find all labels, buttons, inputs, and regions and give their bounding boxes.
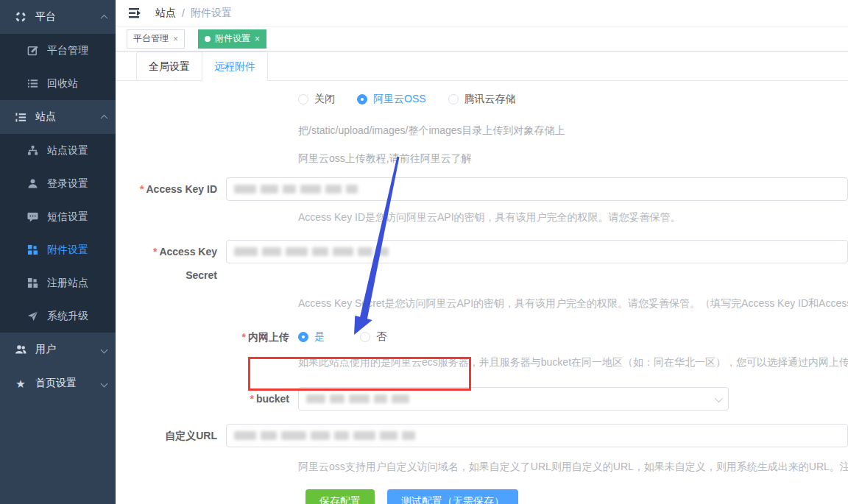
sidebar-item-label: 登录设置 <box>47 177 107 191</box>
radio-icon <box>357 94 367 104</box>
list-icon <box>26 78 38 90</box>
tag-attachment-settings[interactable]: 附件设置 × <box>198 29 266 49</box>
radio-close[interactable]: 关闭 <box>298 93 335 106</box>
people-icon <box>15 344 26 355</box>
save-config-button[interactable]: 保存配置 <box>305 489 375 504</box>
breadcrumb-attachment-settings: 附件设置 <box>191 7 232 20</box>
masked-value <box>234 431 415 440</box>
sidebar-item-attachment-settings[interactable]: 附件设置 <box>0 233 116 266</box>
sidebar-item-recycle[interactable]: 回收站 <box>0 67 116 100</box>
access-key-secret-help: Access Key Secret是您访问阿里云API的密钥，具有该用户完全的权… <box>298 296 848 310</box>
radio-icon <box>360 332 370 342</box>
tags-view-bar: 平台管理 × 附件设置 × <box>116 26 848 52</box>
sidebar-item-label: 站点 <box>35 110 102 124</box>
send-icon <box>26 310 38 322</box>
sidebar-item-users[interactable]: 用户 <box>0 333 116 366</box>
menu-list-icon <box>15 111 26 123</box>
storage-type-radio-group: 关闭 阿里云OSS 腾讯云存储 <box>298 93 848 106</box>
sidebar-item-homepage-settings[interactable]: ★ 首页设置 <box>0 366 116 400</box>
sidebar-item-label: 平台管理 <box>47 44 107 57</box>
star-icon: ★ <box>15 377 26 389</box>
sidebar-item-site-settings[interactable]: 站点设置 <box>0 134 116 167</box>
main-area: 站点 / 附件设置 平台管理 × 附件设置 × 全局设置 远程附件 <box>116 0 848 504</box>
oss-tutorial-note: 阿里云oss上传教程,请前往阿里云了解 <box>298 152 848 165</box>
sidebar: 平台 平台管理 回收站 站点 站点设置 <box>0 0 116 504</box>
bucket-select[interactable] <box>298 387 729 411</box>
upload-path-note: 把/static/upload/images/整个images目录上传到对象存储… <box>298 124 848 137</box>
sidebar-item-site[interactable]: 站点 <box>0 100 116 134</box>
access-key-id-help: Access Key ID是您访问阿里云API的密钥，具有该用户完全的权限。请您… <box>298 210 848 224</box>
sidebar-item-label: 附件设置 <box>47 244 107 257</box>
tag-label: 附件设置 <box>215 32 250 45</box>
message-icon <box>26 211 38 223</box>
active-dot-icon <box>205 36 211 42</box>
sidebar-item-label: 用户 <box>35 343 102 356</box>
radio-icon <box>298 94 308 104</box>
navbar: 站点 / 附件设置 <box>116 0 848 26</box>
component-icon <box>15 11 26 23</box>
sidebar-item-label: 注册站点 <box>47 277 107 290</box>
radio-label: 关闭 <box>314 93 335 106</box>
tab-remote-attachment[interactable]: 远程附件 <box>202 52 267 82</box>
tabs-header: 全局设置 远程附件 <box>116 52 848 81</box>
sidebar-item-platform[interactable]: 平台 <box>0 0 116 34</box>
close-icon[interactable]: × <box>173 34 178 44</box>
radio-no[interactable]: 否 <box>360 330 386 344</box>
sidebar-item-login-settings[interactable]: 登录设置 <box>0 167 116 200</box>
access-key-id-input[interactable] <box>226 177 848 201</box>
access-key-secret-input[interactable] <box>226 240 848 263</box>
masked-value <box>234 185 358 194</box>
custom-url-input[interactable] <box>226 424 848 447</box>
platform-submenu: 平台管理 回收站 <box>0 34 116 100</box>
chevron-up-icon <box>101 14 108 21</box>
custom-url-label: 自定义URL <box>136 424 226 447</box>
radio-label: 腾讯云存储 <box>464 93 516 106</box>
radio-yes[interactable]: 是 <box>298 330 325 344</box>
intranet-upload-radio-group: 是 否 <box>298 330 848 344</box>
access-key-id-label: *Access Key ID <box>136 177 226 201</box>
close-icon[interactable]: × <box>255 34 260 44</box>
radio-icon <box>298 332 308 342</box>
hamburger-icon[interactable] <box>127 7 142 20</box>
custom-url-help: 阿里云oss支持用户自定义访问域名，如果自定义了URL则用自定义的URL，如果未… <box>298 459 848 474</box>
sidebar-item-register-site[interactable]: 注册站点 <box>0 266 116 299</box>
grid-icon <box>26 244 38 256</box>
sidebar-item-label: 站点设置 <box>47 144 107 157</box>
tag-platform-manage[interactable]: 平台管理 × <box>127 29 185 49</box>
chevron-down-icon <box>101 380 108 387</box>
bucket-label: *bucket <box>136 387 298 411</box>
radio-label: 阿里云OSS <box>373 93 426 106</box>
breadcrumb: 站点 / 附件设置 <box>155 7 232 20</box>
tab-global-settings[interactable]: 全局设置 <box>137 52 202 81</box>
radio-label: 是 <box>314 330 325 344</box>
chevron-up-icon <box>101 114 108 121</box>
intranet-upload-help: 如果此站点使用的是阿里云ecs服务器，并且服务器与bucket在同一地区（如：同… <box>298 355 848 369</box>
sidebar-item-label: 平台 <box>35 10 102 24</box>
user-icon <box>26 178 38 190</box>
sitemap-icon <box>26 145 38 157</box>
radio-aliyun-oss[interactable]: 阿里云OSS <box>357 93 426 106</box>
site-submenu: 站点设置 登录设置 短信设置 附件设置 注册站点 <box>0 134 116 333</box>
masked-value <box>306 394 409 403</box>
sidebar-item-system-upgrade[interactable]: 系统升级 <box>0 299 116 333</box>
edit-icon <box>26 45 38 57</box>
intranet-upload-label: *内网上传 <box>136 330 298 344</box>
chevron-down-icon <box>101 346 108 353</box>
masked-value <box>234 247 389 256</box>
breadcrumb-site[interactable]: 站点 <box>155 7 176 20</box>
test-config-button[interactable]: 测试配置（无需保存） <box>387 489 518 504</box>
chevron-down-icon <box>715 394 723 402</box>
radio-icon <box>448 94 459 104</box>
sidebar-item-sms-settings[interactable]: 短信设置 <box>0 200 116 233</box>
sidebar-item-label: 首页设置 <box>35 377 102 390</box>
remote-attachment-panel: 关闭 阿里云OSS 腾讯云存储 把/static/upload/images/整… <box>116 93 848 504</box>
radio-label: 否 <box>376 330 386 344</box>
access-key-secret-label: *Access Key Secret <box>136 240 226 287</box>
sidebar-item-label: 短信设置 <box>47 210 107 224</box>
sidebar-item-platform-manage[interactable]: 平台管理 <box>0 34 116 67</box>
breadcrumb-separator: / <box>182 7 185 19</box>
radio-tencent-cos[interactable]: 腾讯云存储 <box>448 93 516 106</box>
sidebar-item-label: 系统升级 <box>47 310 107 323</box>
grid-icon <box>26 277 38 289</box>
sidebar-item-label: 回收站 <box>47 77 107 90</box>
